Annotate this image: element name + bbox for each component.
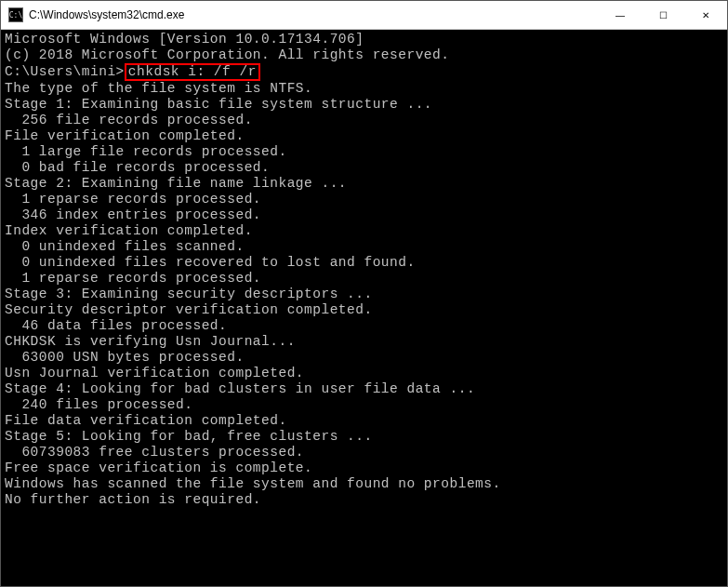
version-line: Microsoft Windows [Version 10.0.17134.70…: [5, 32, 723, 47]
prompt: C:\Users\mini>: [5, 64, 125, 79]
window-title: C:\Windows\system32\cmd.exe: [29, 8, 599, 21]
output-line: 63000 USN bytes processed.: [5, 350, 723, 366]
output-line: 0 unindexed files recovered to lost and …: [5, 255, 723, 271]
output-line: Windows has scanned the file system and …: [5, 476, 723, 492]
output-line: Stage 5: Looking for bad, free clusters …: [5, 429, 723, 445]
cmd-icon: C:\: [8, 7, 23, 22]
output-line: 1 reparse records processed.: [5, 271, 723, 287]
close-button[interactable]: ✕: [684, 1, 727, 29]
minimize-button[interactable]: —: [599, 1, 642, 29]
output-line: 46 data files processed.: [5, 318, 723, 334]
output-line: Stage 1: Examining basic file system str…: [5, 97, 723, 113]
maximize-button[interactable]: ☐: [642, 1, 684, 29]
terminal-output[interactable]: Microsoft Windows [Version 10.0.17134.70…: [1, 30, 727, 586]
output-line: Free space verification is complete.: [5, 460, 723, 476]
output-line: Stage 4: Looking for bad clusters in use…: [5, 381, 723, 397]
output-line: File verification completed.: [5, 128, 723, 144]
command-highlight: chkdsk i: /f /r: [125, 63, 260, 81]
output-line: Index verification completed.: [5, 223, 723, 239]
output-line: No further action is required.: [5, 492, 723, 508]
window-controls: — ☐ ✕: [599, 1, 727, 29]
output-line: Usn Journal verification completed.: [5, 366, 723, 381]
output-line: 0 bad file records processed.: [5, 160, 723, 176]
output-line: 60739083 free clusters processed.: [5, 445, 723, 460]
titlebar[interactable]: C:\ C:\Windows\system32\cmd.exe — ☐ ✕: [1, 1, 727, 30]
output-line: File data verification completed.: [5, 413, 723, 429]
prompt-line: C:\Users\mini>chkdsk i: /f /r: [5, 63, 723, 81]
output-line: 0 unindexed files scanned.: [5, 239, 723, 255]
output-line: Security descriptor verification complet…: [5, 302, 723, 318]
copyright-line: (c) 2018 Microsoft Corporation. All righ…: [5, 47, 723, 63]
output-line: Stage 3: Examining security descriptors …: [5, 287, 723, 302]
output-line: 1 reparse records processed.: [5, 192, 723, 207]
output-line: CHKDSK is verifying Usn Journal...: [5, 334, 723, 350]
output-line: Stage 2: Examining file name linkage ...: [5, 176, 723, 192]
output-line: The type of the file system is NTFS.: [5, 81, 723, 97]
output-line: 256 file records processed.: [5, 113, 723, 128]
output-line: 240 files processed.: [5, 397, 723, 413]
output-line: 1 large file records processed.: [5, 144, 723, 160]
output-line: 346 index entries processed.: [5, 207, 723, 223]
cmd-window: C:\ C:\Windows\system32\cmd.exe — ☐ ✕ Mi…: [0, 0, 728, 587]
